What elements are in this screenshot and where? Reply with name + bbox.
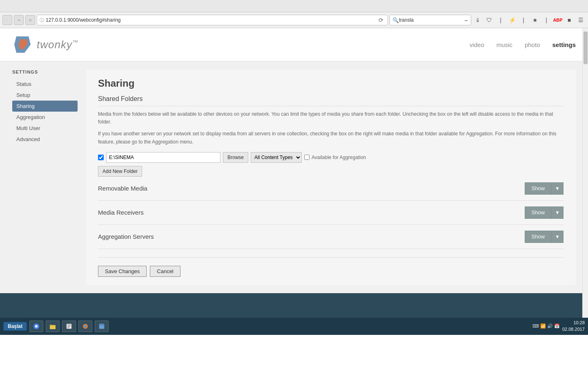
- taskbar-window[interactable]: [95, 321, 109, 332]
- systray-icons: ⌨ 📶 🔊 📅: [532, 323, 560, 329]
- sidebar-item-status[interactable]: Status: [12, 79, 78, 90]
- sidebar: SETTINGS Status Setup Sharing Aggregatio…: [12, 70, 78, 285]
- nav-links: video music photo settings: [470, 41, 576, 48]
- toolbar-icons: ⇓ 🛡 | ⚡ | ★ | ABP ■ ☰: [473, 15, 586, 25]
- add-folder-row: Add New Folder: [98, 166, 564, 177]
- media-receivers-section: Media Receivers Show ▼: [98, 201, 564, 225]
- aggregation-servers-arrow-button[interactable]: ▼: [551, 231, 564, 243]
- separator1: |: [496, 15, 506, 25]
- cancel-button[interactable]: Cancel: [150, 266, 180, 277]
- svg-point-12: [84, 325, 87, 328]
- refresh-button[interactable]: ⟳: [377, 16, 385, 24]
- abp-icon[interactable]: ABP: [553, 15, 563, 25]
- browser-chrome: ← → ○ ⓘ ⟳ 🔍 → ⇓ 🛡 | ⚡ | ★ | ABP ■ ☰: [0, 0, 588, 28]
- twonky-logo-icon: [12, 34, 33, 55]
- nav-settings[interactable]: settings: [552, 41, 576, 48]
- scrollbar-track[interactable]: [582, 28, 588, 318]
- bottom-buttons: Save Changes Cancel: [98, 257, 564, 277]
- aggregation-label: Available for Aggregation: [304, 155, 366, 160]
- aggregation-servers-show-button[interactable]: Show: [525, 231, 552, 243]
- description2: If you have another server on your netwo…: [98, 130, 564, 146]
- lock-icon: ⓘ: [40, 17, 44, 23]
- aggregation-label-text: Available for Aggregation: [312, 155, 366, 160]
- removable-media-show-group: Show ▼: [525, 182, 564, 195]
- address-input[interactable]: [46, 17, 377, 23]
- main-layout: SETTINGS Status Setup Sharing Aggregatio…: [0, 61, 588, 293]
- aggregation-servers-show-group: Show ▼: [525, 231, 564, 243]
- removable-media-section: Removable Media Show ▼: [98, 177, 564, 201]
- taskbar-folder[interactable]: [46, 321, 60, 332]
- page-wrapper: twonky™ video music photo settings SETTI…: [0, 28, 588, 318]
- separator3: |: [541, 15, 551, 25]
- taskbar-date: 02.08.2017: [562, 326, 585, 332]
- sidebar-item-multiuser[interactable]: Multi User: [12, 123, 78, 134]
- taskbar-systray: ⌨ 📶 🔊 📅: [532, 323, 560, 329]
- svg-rect-14: [99, 324, 104, 325]
- content-type-select[interactable]: All Content Types Video Only Music Only …: [251, 152, 302, 163]
- home-button[interactable]: ○: [25, 15, 35, 25]
- address-bar: ⓘ ⟳: [37, 15, 388, 25]
- nav-photo[interactable]: photo: [525, 41, 540, 48]
- browser-titlebar: [0, 0, 588, 12]
- page-footer: [0, 293, 588, 318]
- svg-rect-6: [50, 325, 52, 326]
- sidebar-item-sharing[interactable]: Sharing: [12, 101, 78, 112]
- aggregation-servers-section: Aggregation Servers Show ▼: [98, 225, 564, 249]
- extension-icon[interactable]: ■: [564, 15, 574, 25]
- aggregation-servers-title: Aggregation Servers: [98, 233, 154, 240]
- folder-checkbox[interactable]: [98, 155, 104, 160]
- search-bar: 🔍 →: [390, 15, 471, 25]
- sidebar-title: SETTINGS: [12, 70, 78, 74]
- forward-button[interactable]: →: [14, 15, 24, 25]
- sidebar-item-setup[interactable]: Setup: [12, 90, 78, 101]
- site-header: twonky™ video music photo settings: [0, 28, 588, 61]
- search-go-icon: →: [463, 17, 468, 23]
- logo-area: twonky™: [12, 34, 78, 55]
- taskbar-edit[interactable]: [62, 321, 76, 332]
- taskbar: Başlat ⌨ 📶 🔊 📅 10:28 02.08.2017: [0, 318, 588, 335]
- removable-media-show-button[interactable]: Show: [525, 182, 552, 195]
- menu-icon[interactable]: ☰: [576, 15, 586, 25]
- search-icon: 🔍: [392, 17, 399, 23]
- svg-point-4: [35, 325, 38, 328]
- folder-path-input[interactable]: [106, 152, 220, 163]
- browser-toolbar: ← → ○ ⓘ ⟳ 🔍 → ⇓ 🛡 | ⚡ | ★ | ABP ■ ☰: [0, 12, 588, 28]
- removable-media-arrow-button[interactable]: ▼: [551, 182, 564, 195]
- description1: Media from the folders below will be ava…: [98, 110, 564, 126]
- shared-folders-title: Shared Folders: [98, 95, 564, 106]
- content-area: Sharing Shared Folders Media from the fo…: [86, 70, 576, 285]
- nav-music[interactable]: music: [497, 41, 512, 48]
- nav-video[interactable]: video: [470, 41, 484, 48]
- logo-text: twonky™: [37, 38, 78, 51]
- logo-trademark: ™: [72, 39, 78, 45]
- taskbar-clock: 10:28 02.08.2017: [562, 320, 585, 332]
- sidebar-item-aggregation[interactable]: Aggregation: [12, 112, 78, 123]
- separator2: |: [519, 15, 528, 25]
- taskbar-time: 10:28: [562, 320, 585, 326]
- search-input[interactable]: [399, 17, 463, 23]
- browse-button[interactable]: Browse: [223, 152, 248, 163]
- taskbar-chrome[interactable]: [29, 321, 43, 332]
- media-receivers-title: Media Receivers: [98, 209, 144, 216]
- download-icon[interactable]: ⇓: [473, 15, 483, 25]
- star-icon[interactable]: ★: [530, 15, 540, 25]
- scrollbar-thumb[interactable]: [584, 31, 588, 64]
- aggregation-checkbox[interactable]: [304, 155, 310, 160]
- taskbar-firefox[interactable]: [78, 321, 92, 332]
- media-receivers-show-group: Show ▼: [525, 206, 564, 219]
- save-changes-button[interactable]: Save Changes: [98, 266, 147, 277]
- start-button[interactable]: Başlat: [3, 322, 27, 331]
- logo-brand: twonky: [37, 38, 72, 51]
- sidebar-item-advanced[interactable]: Advanced: [12, 134, 78, 145]
- back-button[interactable]: ←: [2, 15, 12, 25]
- page-title: Sharing: [98, 78, 564, 89]
- media-receivers-show-button[interactable]: Show: [525, 206, 552, 219]
- add-folder-button[interactable]: Add New Folder: [98, 166, 142, 177]
- lightning-icon[interactable]: ⚡: [507, 15, 517, 25]
- shield-icon[interactable]: 🛡: [484, 15, 494, 25]
- folder-row: Browse All Content Types Video Only Musi…: [98, 152, 564, 163]
- media-receivers-arrow-button[interactable]: ▼: [551, 206, 564, 219]
- removable-media-title: Removable Media: [98, 185, 147, 192]
